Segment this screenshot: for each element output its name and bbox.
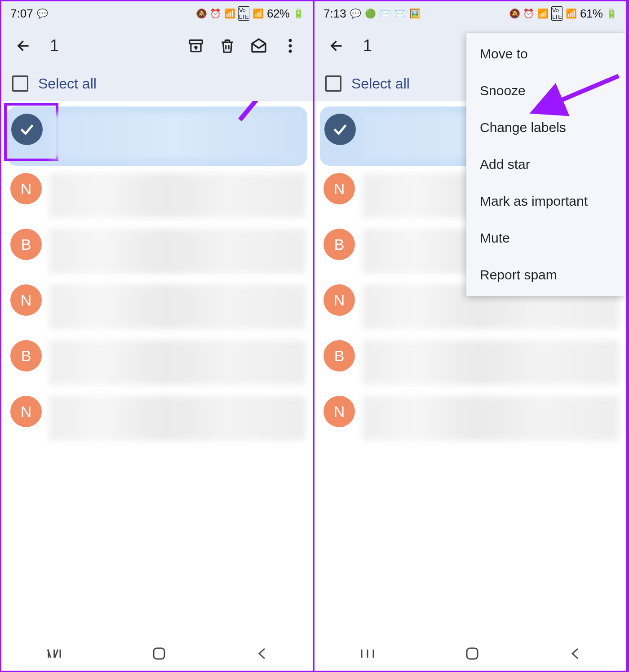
sender-avatar[interactable]: N bbox=[10, 284, 42, 316]
whatsapp-icon: 🟢 bbox=[365, 8, 376, 19]
svg-point-2 bbox=[289, 44, 292, 48]
sender-avatar[interactable]: N bbox=[10, 396, 42, 427]
email-row[interactable]: N bbox=[314, 390, 626, 446]
status-bar: 7:07 💬 🔕 ⏰ 📶 VoLTE 📶 62% 🔋 bbox=[1, 1, 313, 26]
svg-point-3 bbox=[289, 50, 292, 53]
blurred-content bbox=[49, 173, 306, 218]
email-row[interactable]: N bbox=[1, 390, 313, 446]
nav-bar bbox=[314, 638, 626, 671]
back-button[interactable] bbox=[323, 32, 350, 59]
select-all-checkbox[interactable] bbox=[12, 75, 28, 92]
menu-mark-important[interactable]: Mark as important bbox=[466, 183, 626, 220]
select-all-checkbox[interactable] bbox=[325, 75, 341, 92]
menu-change-labels[interactable]: Change labels bbox=[466, 109, 626, 146]
selected-check-icon[interactable] bbox=[11, 114, 43, 145]
status-battery: 62% bbox=[267, 7, 290, 21]
svg-point-1 bbox=[289, 39, 292, 42]
selected-check-icon[interactable] bbox=[324, 114, 356, 145]
battery-icon: 🔋 bbox=[293, 8, 304, 19]
email-row[interactable] bbox=[7, 106, 307, 166]
nav-recents[interactable] bbox=[360, 648, 375, 661]
menu-move-to[interactable]: Move to bbox=[466, 35, 626, 72]
menu-mute[interactable]: Mute bbox=[466, 220, 626, 256]
status-battery: 61% bbox=[580, 7, 603, 21]
email-row[interactable]: B bbox=[314, 335, 626, 390]
blurred-content bbox=[49, 340, 306, 385]
wifi-icon: 📶 bbox=[537, 8, 549, 19]
selection-count: 1 bbox=[363, 36, 372, 55]
more-button[interactable] bbox=[277, 32, 304, 59]
dnd-icon: 🔕 bbox=[196, 8, 207, 19]
nav-home[interactable] bbox=[465, 647, 479, 662]
blurred-content bbox=[362, 396, 619, 441]
blurred-content bbox=[49, 229, 306, 274]
delete-button[interactable] bbox=[214, 32, 241, 59]
alarm-icon: ⏰ bbox=[210, 8, 221, 19]
blurred-content bbox=[362, 340, 619, 385]
nav-back[interactable] bbox=[257, 647, 267, 662]
app-bar: 1 bbox=[1, 26, 313, 66]
archive-button[interactable] bbox=[182, 32, 209, 59]
signal-icon: 📶 bbox=[252, 8, 264, 19]
sender-avatar[interactable]: B bbox=[323, 340, 355, 371]
battery-icon: 🔋 bbox=[606, 8, 617, 19]
mark-read-button[interactable] bbox=[245, 32, 272, 59]
nav-back[interactable] bbox=[570, 647, 580, 662]
select-all-row[interactable]: Select all bbox=[1, 66, 313, 101]
email-row[interactable]: N bbox=[1, 168, 313, 223]
select-all-label: Select all bbox=[38, 75, 97, 92]
svg-rect-12 bbox=[154, 648, 164, 659]
nav-bar bbox=[1, 638, 313, 671]
email-row[interactable]: B bbox=[1, 223, 313, 279]
menu-add-star[interactable]: Add star bbox=[466, 146, 626, 183]
sender-avatar[interactable]: N bbox=[323, 396, 355, 427]
sender-avatar[interactable]: B bbox=[323, 229, 355, 260]
signal-icon: 📶 bbox=[566, 8, 577, 19]
sender-avatar[interactable]: N bbox=[323, 284, 355, 316]
volte-icon: VoLTE bbox=[238, 6, 249, 21]
chat-icon: 💬 bbox=[350, 8, 361, 19]
select-all-label: Select all bbox=[351, 75, 410, 92]
sender-avatar[interactable]: N bbox=[10, 173, 42, 204]
email-row[interactable]: B bbox=[1, 335, 313, 390]
svg-rect-0 bbox=[190, 40, 203, 44]
status-bar: 7:13 💬 🟢 ✉️ ✉️ 🖼️ 🔕 ⏰ 📶 VoLTE 📶 61% 🔋 bbox=[314, 1, 626, 26]
back-button[interactable] bbox=[10, 32, 37, 59]
overflow-menu: Move to Snooze Change labels Add star Ma… bbox=[466, 33, 626, 296]
blurred-content bbox=[49, 396, 306, 441]
menu-snooze[interactable]: Snooze bbox=[466, 72, 626, 109]
selection-count: 1 bbox=[50, 36, 59, 55]
nav-home[interactable] bbox=[152, 647, 166, 662]
chat-icon: 💬 bbox=[37, 8, 48, 19]
phone-right: 7:13 💬 🟢 ✉️ ✉️ 🖼️ 🔕 ⏰ 📶 VoLTE 📶 61% 🔋 1 … bbox=[314, 1, 628, 671]
phone-left: 7:07 💬 🔕 ⏰ 📶 VoLTE 📶 62% 🔋 1 bbox=[1, 1, 314, 671]
dnd-icon: 🔕 bbox=[509, 8, 520, 19]
sender-avatar[interactable]: N bbox=[323, 173, 355, 204]
gmail-icon: ✉️ bbox=[394, 8, 406, 19]
status-time: 7:13 bbox=[323, 7, 346, 21]
status-time: 7:07 bbox=[10, 7, 33, 21]
menu-report-spam[interactable]: Report spam bbox=[466, 256, 626, 293]
volte-icon: VoLTE bbox=[551, 6, 563, 21]
email-list[interactable]: N B N B N bbox=[1, 101, 313, 638]
nav-recents[interactable] bbox=[47, 648, 62, 661]
wifi-icon: 📶 bbox=[224, 8, 235, 19]
sender-avatar[interactable]: B bbox=[10, 340, 42, 371]
alarm-icon: ⏰ bbox=[523, 8, 534, 19]
svg-rect-17 bbox=[467, 648, 478, 659]
image-icon: 🖼️ bbox=[409, 8, 421, 19]
email-row[interactable]: N bbox=[1, 279, 313, 335]
gmail-icon: ✉️ bbox=[380, 8, 391, 19]
blurred-content bbox=[49, 284, 306, 329]
blurred-content bbox=[50, 114, 303, 159]
sender-avatar[interactable]: B bbox=[10, 229, 42, 260]
